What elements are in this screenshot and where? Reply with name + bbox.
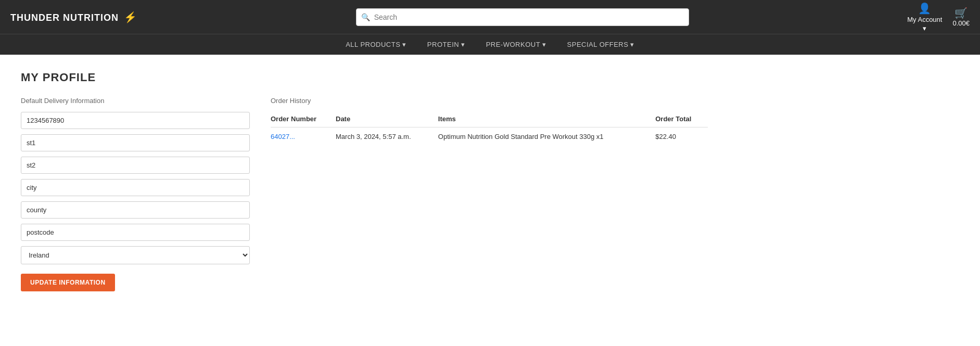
main-nav: ALL PRODUCTS ▾ PROTEIN ▾ PRE-WORKOUT ▾ S… [0,34,980,55]
order-history-label: Order History [271,97,708,105]
cart-icon: 🛒 [954,7,968,19]
cart-button[interactable]: 🛒 0.00€ [952,7,970,27]
order-table: Order Number Date Items Order Total 6402… [271,112,708,146]
user-icon: 👤 [918,2,931,15]
country-select[interactable]: Ireland United Kingdom United States Ger… [21,246,250,264]
chevron-down-icon: ▾ [402,41,406,48]
my-account-button[interactable]: 👤 My Account ▾ [907,2,942,32]
bolt-icon: ⚡ [124,11,137,23]
chevron-down-icon: ▾ [542,41,546,48]
street1-input[interactable] [21,134,250,151]
postcode-input[interactable] [21,224,250,241]
col-date: Date [336,112,438,127]
update-information-button[interactable]: UPDATE INFORMATION [21,274,115,291]
order-number-link[interactable]: 64027... [271,133,295,140]
order-items-cell: Optimum Nutrition Gold Standard Pre Work… [438,127,655,146]
chevron-down-icon: ▾ [461,41,465,48]
city-input[interactable] [21,179,250,196]
street2-field-group [21,157,250,174]
main-content: MY PROFILE Default Delivery Information [0,55,729,307]
county-field-group [21,201,250,219]
col-items: Items [438,112,655,127]
phone-field-group [21,112,250,129]
street1-field-group [21,134,250,151]
order-history-section: Order History Order Number Date Items Or… [271,97,708,291]
nav-protein[interactable]: PROTEIN ▾ [427,41,465,48]
nav-pre-workout[interactable]: PRE-WORKOUT ▾ [486,41,546,48]
city-field-group [21,179,250,196]
order-date-cell: March 3, 2024, 5:57 a.m. [336,127,438,146]
delivery-section-label: Default Delivery Information [21,97,250,105]
my-account-label: My Account [907,16,942,23]
page-title: MY PROFILE [21,71,708,84]
search-wrapper: 🔍 [356,8,689,26]
nav-all-products[interactable]: ALL PRODUCTS ▾ [346,41,406,48]
street2-input[interactable] [21,157,250,174]
cart-total: 0.00€ [952,19,970,27]
search-icon: 🔍 [361,13,370,21]
site-header: THUNDER NUTRITION ⚡ 🔍 👤 My Account ▾ 🛒 0… [0,0,980,34]
order-total-cell: $22.40 [655,127,708,146]
postcode-field-group [21,224,250,241]
site-logo[interactable]: THUNDER NUTRITION ⚡ [10,11,137,23]
delivery-section: Default Delivery Information Irelan [21,97,250,291]
table-row: 64027... March 3, 2024, 5:57 a.m. Optimu… [271,127,708,146]
header-right: 👤 My Account ▾ 🛒 0.00€ [907,2,970,32]
country-field-group: Ireland United Kingdom United States Ger… [21,246,250,264]
logo-text: THUNDER NUTRITION [10,12,119,23]
order-table-header-row: Order Number Date Items Order Total [271,112,708,127]
search-input[interactable] [356,8,689,26]
county-input[interactable] [21,201,250,219]
chevron-down-icon: ▾ [630,41,634,48]
col-order-total: Order Total [655,112,708,127]
chevron-down-icon: ▾ [923,24,926,32]
order-number-cell: 64027... [271,127,336,146]
col-order-number: Order Number [271,112,336,127]
phone-input[interactable] [21,112,250,129]
search-container: 🔍 [137,8,907,26]
nav-special-offers[interactable]: SPECIAL OFFERS ▾ [567,41,634,48]
profile-grid: Default Delivery Information Irelan [21,97,708,291]
